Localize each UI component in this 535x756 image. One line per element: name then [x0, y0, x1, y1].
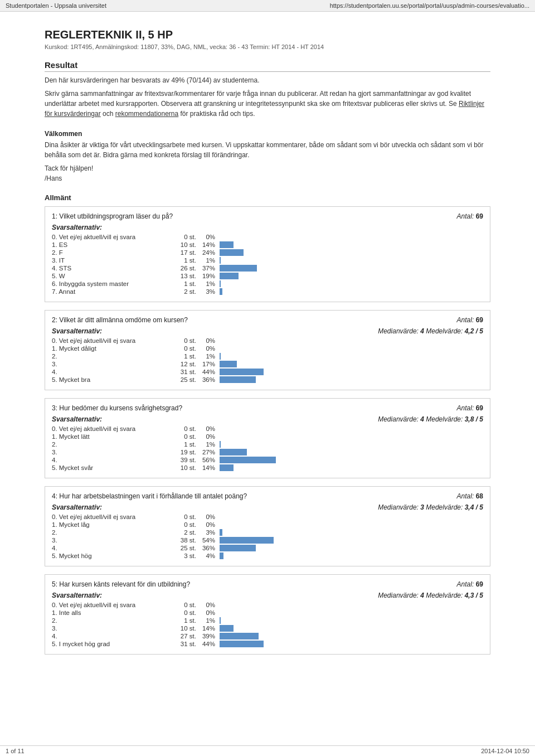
answer-pct: 1% — [200, 617, 220, 624]
answer-row: 0. Vet ej/ej aktuell/vill ej svara0 st.0… — [52, 602, 483, 608]
question-text-q3: 3: Hur bedömer du kursens svårighetsgrad… — [52, 404, 182, 412]
bar-container — [220, 425, 483, 432]
bar — [220, 376, 256, 383]
answer-label: 4. — [52, 633, 174, 639]
meta-row-q4: Svarsalternativ:Medianvärde: 3 Medelvärd… — [52, 503, 483, 513]
answer-count: 0 st. — [174, 234, 200, 240]
question-block-q2: 2: Vilket är ditt allmänna omdöme om kur… — [45, 310, 490, 390]
answer-row: 4.27 st.39% — [52, 633, 483, 639]
answer-label: 0. Vet ej/ej aktuell/vill ej svara — [52, 234, 174, 240]
answer-pct: 54% — [200, 537, 220, 544]
question-antal-q3: Antal: 69 — [457, 404, 483, 412]
question-header-q1: 1: Vilket utbildningsprogram läser du på… — [52, 212, 483, 220]
answer-count: 0 st. — [174, 609, 200, 616]
bar — [220, 633, 259, 639]
bar-container — [220, 345, 483, 352]
answer-pct: 0% — [200, 425, 220, 432]
answer-label: 1. ES — [52, 241, 174, 248]
question-antal-q5: Antal: 69 — [457, 580, 483, 588]
page-content: REGLERTEKNIK II, 5 HP Kurskod: 1RT495, A… — [17, 12, 518, 685]
answer-count: 25 st. — [174, 376, 200, 383]
answer-row: 5. Mycket bra25 st.36% — [52, 376, 483, 383]
question-block-q1: 1: Vilket utbildningsprogram läser du på… — [45, 206, 490, 302]
answer-label: 6. Inbyggda system master — [52, 280, 174, 287]
answer-label: 0. Vet ej/ej aktuell/vill ej svara — [52, 425, 174, 432]
bar — [220, 641, 264, 647]
answer-count: 2 st. — [174, 288, 200, 295]
answer-label: 5. Mycket hög — [52, 553, 174, 559]
bar — [220, 265, 257, 272]
answer-label: 1. Mycket dåligt — [52, 345, 174, 352]
browser-url: https://studentportalen.uu.se/portal/por… — [330, 2, 529, 9]
answer-row: 5. W13 st.19% — [52, 273, 483, 279]
answer-label: 2. F — [52, 249, 174, 256]
bar — [220, 529, 222, 536]
bar-container — [220, 234, 483, 240]
question-text-q1: 1: Vilket utbildningsprogram läser du på… — [52, 212, 173, 220]
answer-row: 0. Vet ej/ej aktuell/vill ej svara0 st.0… — [52, 234, 483, 240]
welcome-block: Välkommen Dina åsikter är viktiga för vå… — [45, 130, 490, 183]
answer-label: 2. — [52, 353, 174, 360]
answer-pct: 1% — [200, 441, 220, 448]
answer-pct: 4% — [200, 553, 220, 559]
answer-pct: 37% — [200, 265, 220, 272]
antal-value: 69 — [476, 580, 483, 588]
answer-label: 4. STS — [52, 265, 174, 272]
answer-row: 5. Mycket svår10 st.14% — [52, 464, 483, 471]
answer-count: 31 st. — [174, 369, 200, 375]
answer-pct: 36% — [200, 545, 220, 551]
questions-container: 1: Vilket utbildningsprogram läser du på… — [45, 206, 490, 655]
bar-container — [220, 449, 483, 455]
median-label-q2: Medianvärde: 4 Medelvärde: 4,2 / 5 — [378, 327, 483, 335]
answer-label: 2. — [52, 617, 174, 624]
intro-links: Skriv gärna sammanfattningar av fritexts… — [45, 89, 490, 119]
answer-row: 3. IT1 st.1% — [52, 257, 483, 264]
bar-container — [220, 617, 483, 624]
question-antal-q2: Antal: 69 — [457, 316, 483, 324]
answer-count: 1 st. — [174, 257, 200, 264]
answer-row: 3.38 st.54% — [52, 537, 483, 544]
answer-count: 25 st. — [174, 545, 200, 551]
svarsalternativ-label-q2: Svarsalternativ: — [52, 327, 102, 335]
welcome-title: Välkommen — [45, 130, 490, 138]
answer-row: 1. ES10 st.14% — [52, 241, 483, 248]
bar — [220, 545, 256, 551]
answer-row: 7. Annat2 st.3% — [52, 288, 483, 295]
answer-pct: 19% — [200, 273, 220, 279]
answer-label: 3. — [52, 537, 174, 544]
antal-value: 69 — [476, 404, 483, 412]
answer-row: 0. Vet ej/ej aktuell/vill ej svara0 st.0… — [52, 337, 483, 344]
answer-pct: 3% — [200, 529, 220, 536]
course-meta: Kurskod: 1RT495, Anmälningskod: 11807, 3… — [45, 43, 490, 50]
bar-container — [220, 257, 483, 264]
rekommendationerna-link[interactable]: rekommendationerna — [115, 110, 178, 118]
antal-label: Antal: — [457, 212, 474, 220]
bar-container — [220, 602, 483, 608]
bar-container — [220, 521, 483, 528]
antal-value: 69 — [476, 316, 483, 324]
bar-container — [220, 513, 483, 520]
allmant-label: Allmänt — [45, 193, 490, 202]
answer-row: 4.31 st.44% — [52, 369, 483, 375]
answer-count: 1 st. — [174, 617, 200, 624]
antal-value: 68 — [476, 492, 483, 500]
svarsalternativ-label-q5: Svarsalternativ: — [52, 592, 102, 599]
answer-row: 1. Mycket lätt0 st.0% — [52, 433, 483, 440]
bar-container — [220, 537, 483, 544]
bar-container — [220, 337, 483, 344]
answer-pct: 1% — [200, 257, 220, 264]
bar-container — [220, 361, 483, 367]
answer-row: 2.1 st.1% — [52, 441, 483, 448]
question-header-q4: 4: Hur har arbetsbelastningen varit i fö… — [52, 492, 483, 500]
bar — [220, 625, 234, 632]
answer-label: 3. IT — [52, 257, 174, 264]
answer-label: 7. Annat — [52, 288, 174, 295]
answer-pct: 0% — [200, 521, 220, 528]
answer-row: 2.1 st.1% — [52, 353, 483, 360]
bar-container — [220, 464, 483, 471]
answer-pct: 0% — [200, 513, 220, 520]
answer-pct: 27% — [200, 449, 220, 455]
answer-label: 4. — [52, 545, 174, 551]
answer-row: 0. Vet ej/ej aktuell/vill ej svara0 st.0… — [52, 513, 483, 520]
question-header-q3: 3: Hur bedömer du kursens svårighetsgrad… — [52, 404, 483, 412]
